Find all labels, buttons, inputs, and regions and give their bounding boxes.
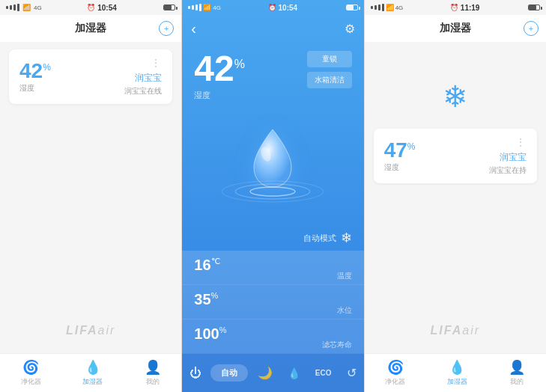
purifier-icon: 🌀 (22, 359, 39, 376)
loading-fan-icon: ❄ (443, 79, 468, 114)
right-device-name: 润宝宝 (489, 151, 527, 164)
center-signal-icons: 📶 4G (188, 4, 221, 11)
left-content: 42% 湿度 ⋮ 润宝宝 润宝宝在线 LIFAair (0, 42, 181, 353)
right-app-header: 加湿器 + (365, 15, 546, 42)
lock-button[interactable]: 童锁 (307, 51, 352, 67)
right-alarm-icon: ⏰ (450, 4, 458, 11)
auto-mode-row: 自动模式 ❄ (182, 225, 363, 251)
left-humidity-card[interactable]: 42% 湿度 ⋮ 润宝宝 润宝宝在线 (9, 49, 172, 104)
right-signal-1 (371, 6, 373, 9)
center-back-button[interactable]: ‹ (191, 20, 196, 37)
right-humidity-left: 47% 湿度 (384, 140, 416, 173)
signal-bar-4 (17, 4, 19, 11)
auto-mode-label: 自动模式 (303, 233, 336, 244)
stat-row-water: 35% 水位 (182, 285, 363, 319)
stat-row-filter: 100% 滤芯寿命 (182, 319, 363, 353)
right-signal-icons: 📶 4G (371, 4, 404, 11)
clean-button[interactable]: 水箱清洁 (307, 72, 352, 88)
left-nav-mine-label: 我的 (146, 377, 160, 387)
center-signal-4 (199, 4, 201, 11)
wifi-icon: 📶 (22, 4, 31, 11)
left-nav-mine[interactable]: 👤 我的 (145, 359, 161, 387)
right-add-button[interactable]: + (524, 21, 539, 36)
right-nav-mine[interactable]: 👤 我的 (509, 359, 525, 387)
left-nav-humidifier-label: 加湿器 (82, 377, 103, 387)
center-nav-night[interactable]: 🌙 (252, 363, 279, 383)
signal-bar-3 (13, 4, 16, 10)
right-humidity-value: 47% (384, 140, 416, 161)
left-bottom-nav: 🌀 净化器 💧 加湿器 👤 我的 (0, 353, 181, 392)
left-battery-icon (163, 4, 175, 10)
left-status-bar: 📶 4G ⏰ 10:54 (0, 0, 181, 15)
center-time: 10:54 (279, 4, 298, 12)
left-humidity-left: 42% 湿度 (19, 61, 51, 94)
right-humidity-card[interactable]: 47% 湿度 ⋮ 润宝宝 润宝宝在持 (374, 129, 537, 183)
left-battery-fill (164, 5, 172, 10)
center-app-header: ‹ ⚙ (182, 15, 363, 42)
center-action-buttons: 童锁 水箱清洁 (307, 51, 352, 88)
stats-section: 16℃ 温度 35% 水位 100% 滤芯寿命 (182, 251, 363, 353)
stat-row-temp: 16℃ 温度 (182, 251, 363, 285)
center-nav-refresh[interactable]: ↺ (341, 363, 363, 383)
center-alarm-icon: ⏰ (268, 4, 276, 11)
right-signal-text: 4G (395, 4, 404, 11)
center-signal-text: 4G (213, 4, 221, 11)
right-purifier-icon: 🌀 (387, 359, 404, 376)
right-time: 11:19 (461, 4, 480, 12)
center-nav-mist[interactable]: 💧 (282, 364, 306, 382)
left-nav-purifier[interactable]: 🌀 净化器 (21, 359, 41, 387)
right-status-bar: 📶 4G ⏰ 11:19 (365, 0, 546, 15)
fan-auto-icon: ❄ (341, 230, 352, 246)
center-nav-power[interactable]: ⏻ (183, 364, 207, 383)
left-app-header: 加湿器 + (0, 15, 181, 42)
left-nav-purifier-label: 净化器 (21, 377, 41, 387)
right-nav-purifier-label: 净化器 (385, 377, 405, 387)
right-lifa-watermark: LIFAair (431, 322, 480, 338)
right-nav-humidifier[interactable]: 💧 加湿器 (447, 359, 467, 387)
right-wifi-icon: 📶 (386, 4, 394, 11)
right-signal-4 (382, 4, 384, 11)
night-icon: 🌙 (258, 366, 273, 380)
center-battery (346, 4, 358, 10)
center-humidity-value: 42% (194, 51, 245, 87)
ripples-svg (220, 180, 325, 203)
left-app-title: 加湿器 (75, 22, 106, 35)
right-nav-humidifier-label: 加湿器 (447, 377, 467, 387)
right-nav-purifier[interactable]: 🌀 净化器 (385, 359, 405, 387)
mist-icon: 💧 (288, 367, 300, 379)
right-nav-mine-label: 我的 (510, 377, 524, 387)
right-content: ❄ 47% 湿度 ⋮ 润宝宝 润宝宝在持 LIFAair (365, 42, 546, 353)
center-bottom-nav: ⏻ 自动 🌙 💧 ECO ↺ (182, 353, 363, 392)
ripples-container (220, 180, 325, 203)
center-battery-fill (347, 5, 354, 10)
svg-point-2 (235, 184, 310, 199)
left-device-name: 润宝宝 (124, 72, 162, 85)
right-device-status: 润宝宝在持 (489, 165, 527, 176)
left-add-button[interactable]: + (159, 21, 174, 36)
center-nav-eco[interactable]: ECO (309, 366, 338, 380)
center-nav-auto[interactable]: 自动 (210, 364, 248, 382)
center-signal-3 (195, 4, 198, 10)
left-lifa-watermark: LIFAair (66, 322, 115, 338)
left-device-info: ⋮ 润宝宝 润宝宝在线 (124, 57, 162, 97)
loading-container: ❄ (374, 49, 537, 129)
right-panel: 📶 4G ⏰ 11:19 加湿器 + ❄ 47% 湿度 (365, 0, 546, 392)
refresh-icon: ↺ (347, 366, 357, 380)
right-device-info: ⋮ 润宝宝 润宝宝在持 (489, 136, 527, 176)
right-device-dots: ⋮ (489, 136, 527, 148)
center-humidity-section: 42% 湿度 童锁 水箱清洁 (182, 42, 363, 101)
right-humidifier-icon: 💧 (449, 359, 465, 376)
signal-bar-1 (6, 6, 8, 9)
signal-bar-2 (10, 5, 12, 10)
center-status-bar: 📶 4G ⏰ 10:54 (182, 0, 363, 15)
humidifier-icon: 💧 (85, 359, 101, 376)
left-nav-humidifier[interactable]: 💧 加湿器 (82, 359, 103, 387)
svg-point-1 (250, 187, 295, 196)
left-device-dots: ⋮ (124, 57, 162, 69)
center-settings-button[interactable]: ⚙ (345, 22, 355, 36)
center-panel: 📶 4G ⏰ 10:54 ‹ ⚙ 42% 湿度 童锁 水箱清洁 (182, 0, 363, 392)
right-battery-fill (529, 5, 536, 10)
left-signal-text: 4G (34, 4, 42, 11)
right-app-title: 加湿器 (440, 22, 471, 35)
left-alarm-icon: ⏰ (87, 4, 95, 11)
